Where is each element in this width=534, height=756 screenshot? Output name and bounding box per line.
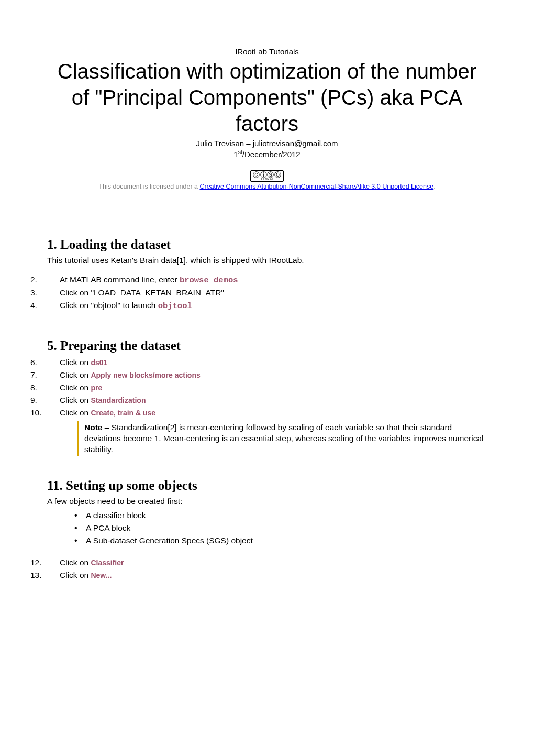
- license-link[interactable]: Creative Commons Attribution-NonCommerci…: [199, 183, 433, 190]
- author-line: Julio Trevisan – juliotrevisan@gmail.com: [47, 139, 487, 148]
- date-sup: st: [238, 149, 242, 155]
- cc-license-block: ⓒⓘⓈⓄ BY NC SA This document is licensed …: [47, 170, 487, 190]
- heading-loading-dataset: 1. Loading the dataset: [47, 237, 487, 252]
- step-13-text: Click on: [60, 571, 91, 579]
- step-9-text: Click on: [60, 396, 91, 404]
- ui-ds01: ds01: [91, 358, 107, 367]
- step-3: 3.Click on "LOAD_DATA_KETAN_BRAIN_ATR": [47, 287, 487, 299]
- note-text: – Standardization[2] is mean-centering f…: [84, 423, 483, 454]
- license-suffix: .: [433, 183, 435, 190]
- s3-bullets: A classifier block A PCA block A Sub-dat…: [47, 509, 487, 547]
- note-body: Note – Standardization[2] is mean-center…: [84, 422, 487, 455]
- header-series: IRootLab Tutorials: [47, 47, 487, 56]
- step-12-text: Click on: [60, 558, 91, 567]
- license-prefix: This document is licensed under a: [98, 183, 199, 190]
- code-objtool: objtool: [158, 301, 192, 311]
- step-12: 12.Click on Classifier: [47, 556, 487, 569]
- license-text: This document is licensed under a Creati…: [47, 183, 487, 190]
- section-setting-up-objects: 11. Setting up some objects A few object…: [47, 478, 487, 582]
- title-line-2: of "Principal Components" (PCs) aka PCA: [72, 86, 462, 109]
- step-7: 7.Click on Apply new blocks/more actions: [47, 369, 487, 381]
- title-line-3: factors: [236, 112, 298, 135]
- s2-steps: 6.Click on ds01 7.Click on Apply new blo…: [47, 356, 487, 419]
- step-9: 9.Click on Standardization: [47, 394, 487, 407]
- ui-create-train-use: Create, train & use: [91, 409, 155, 417]
- bullet-pca-block: A PCA block: [86, 522, 487, 534]
- date-pre: 1: [233, 150, 238, 159]
- step-6-text: Click on: [60, 358, 91, 367]
- ui-apply-new-blocks: Apply new blocks/more actions: [91, 371, 200, 379]
- s3-steps: 12.Click on Classifier 13.Click on New..…: [47, 556, 487, 582]
- note-label: Note: [84, 423, 102, 432]
- step-10-text: Click on: [60, 408, 91, 417]
- step-10: 10.Click on Create, train & use: [47, 407, 487, 419]
- ui-pre: pre: [91, 384, 102, 392]
- note-standardization: Note – Standardization[2] is mean-center…: [77, 421, 487, 456]
- section-preparing-dataset: 5. Preparing the dataset 6.Click on ds01…: [47, 338, 487, 456]
- cc-badge-icon: ⓒⓘⓈⓄ BY NC SA: [250, 170, 284, 182]
- step-8: 8.Click on pre: [47, 381, 487, 394]
- s1-intro: This tutorial uses Ketan's Brain data[1]…: [47, 255, 487, 266]
- section-loading-dataset: 1. Loading the dataset This tutorial use…: [47, 237, 487, 312]
- document-title: Classification with optimization of the …: [47, 58, 487, 137]
- step-3-text: Click on "LOAD_DATA_KETAN_BRAIN_ATR": [60, 288, 224, 297]
- document-page: IRootLab Tutorials Classification with o…: [0, 0, 534, 756]
- ui-classifier: Classifier: [91, 558, 124, 567]
- ui-standardization: Standardization: [91, 396, 146, 404]
- date-line: 1st/December/2012: [47, 149, 487, 159]
- step-6: 6.Click on ds01: [47, 356, 487, 369]
- step-2-text: At MATLAB command line, enter: [60, 275, 180, 284]
- ui-new: New...: [91, 571, 112, 579]
- step-7-text: Click on: [60, 370, 91, 379]
- bullet-classifier-block: A classifier block: [86, 509, 487, 522]
- step-13: 13.Click on New...: [47, 569, 487, 582]
- heading-preparing-dataset: 5. Preparing the dataset: [47, 338, 487, 353]
- code-browse-demos: browse_demos: [180, 276, 238, 285]
- heading-setting-up-objects: 11. Setting up some objects: [47, 478, 487, 493]
- title-line-1: Classification with optimization of the …: [58, 60, 476, 83]
- step-2: 2.At MATLAB command line, enter browse_d…: [47, 273, 487, 287]
- step-4: 4.Click on "objtool" to launch objtool: [47, 299, 487, 312]
- bullet-sgs-object: A Sub-dataset Generation Specs (SGS) obj…: [86, 534, 487, 547]
- s1-steps: 2.At MATLAB command line, enter browse_d…: [47, 273, 487, 312]
- step-4-text: Click on "objtool" to launch: [60, 301, 158, 310]
- s3-intro: A few objects need to be created first:: [47, 496, 487, 507]
- date-post: /December/2012: [242, 150, 301, 159]
- step-8-text: Click on: [60, 383, 91, 392]
